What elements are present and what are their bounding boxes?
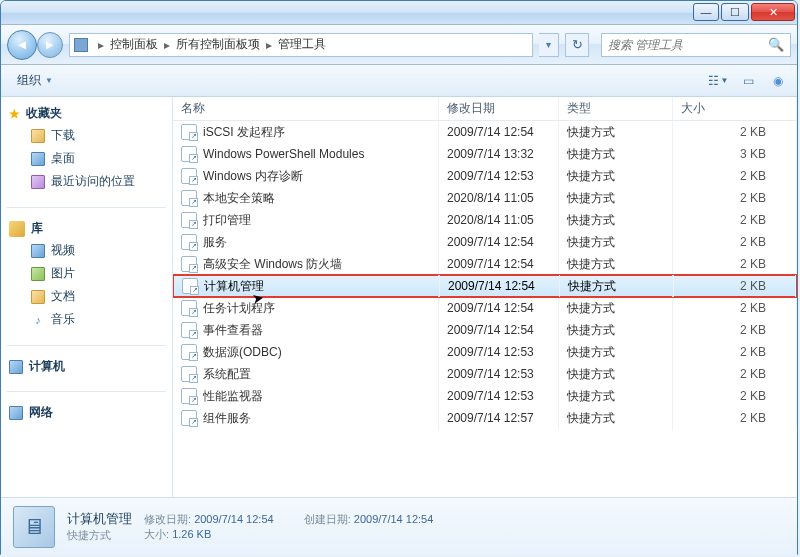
organize-label: 组织 <box>17 72 41 89</box>
network-icon <box>9 406 23 420</box>
details-mod-value: 2009/7/14 12:54 <box>194 513 274 525</box>
file-date: 2009/7/14 12:53 <box>439 165 559 187</box>
file-date: 2009/7/14 12:53 <box>439 363 559 385</box>
file-name: 事件查看器 <box>203 322 263 339</box>
file-date: 2020/8/14 11:05 <box>439 209 559 231</box>
refresh-button[interactable]: ↻ <box>565 33 589 57</box>
table-row[interactable]: 打印管理2020/8/14 11:05快捷方式2 KB <box>173 209 797 231</box>
file-date: 2009/7/14 12:54 <box>439 297 559 319</box>
column-date[interactable]: 修改日期 <box>439 97 559 120</box>
shortcut-icon <box>182 278 198 294</box>
shortcut-icon <box>181 190 197 206</box>
file-type: 快捷方式 <box>559 406 673 431</box>
details-create-label: 创建日期: <box>304 513 351 525</box>
table-row[interactable]: 计算机管理2009/7/14 12:54快捷方式2 KB <box>173 275 797 297</box>
table-row[interactable]: Windows PowerShell Modules2009/7/14 13:3… <box>173 143 797 165</box>
breadcrumb[interactable]: 管理工具 <box>278 36 326 53</box>
file-name: 任务计划程序 <box>203 300 275 317</box>
file-name: 高级安全 Windows 防火墙 <box>203 256 342 273</box>
file-size: 2 KB <box>673 319 797 341</box>
navbar: ◄ ► ▸ 控制面板 ▸ 所有控制面板项 ▸ 管理工具 ▾ ↻ 🔍 <box>1 25 797 65</box>
address-bar[interactable]: ▸ 控制面板 ▸ 所有控制面板项 ▸ 管理工具 <box>69 33 533 57</box>
shortcut-icon <box>181 256 197 272</box>
file-size: 2 KB <box>673 165 797 187</box>
navigation-pane: ★ 收藏夹 下载 桌面 最近访问的位置 库 视频 图片 文档 ♪音乐 <box>1 97 173 497</box>
sidebar-libraries-label: 库 <box>31 220 43 237</box>
chevron-down-icon: ▼ <box>45 76 53 85</box>
file-name: 数据源(ODBC) <box>203 344 282 361</box>
file-size: 2 KB <box>673 363 797 385</box>
sidebar-item-recent[interactable]: 最近访问的位置 <box>1 170 172 193</box>
file-size: 2 KB <box>673 209 797 231</box>
file-size: 3 KB <box>673 143 797 165</box>
file-date: 2009/7/14 13:32 <box>439 143 559 165</box>
table-row[interactable]: 性能监视器2009/7/14 12:53快捷方式2 KB <box>173 385 797 407</box>
table-row[interactable]: 事件查看器2009/7/14 12:54快捷方式2 KB <box>173 319 797 341</box>
nav-back-button[interactable]: ◄ <box>7 30 37 60</box>
table-row[interactable]: 服务2009/7/14 12:54快捷方式2 KB <box>173 231 797 253</box>
column-headers: 名称 修改日期 类型 大小 <box>173 97 797 121</box>
file-size: 2 KB <box>673 253 797 275</box>
file-date: 2009/7/14 12:54 <box>439 121 559 143</box>
breadcrumb[interactable]: 所有控制面板项 <box>176 36 260 53</box>
table-row[interactable]: 高级安全 Windows 防火墙2009/7/14 12:54快捷方式2 KB <box>173 253 797 275</box>
sidebar-computer-label: 计算机 <box>29 358 65 375</box>
minimize-button[interactable]: — <box>693 3 719 21</box>
chevron-right-icon: ▸ <box>92 38 110 52</box>
table-row[interactable]: 组件服务2009/7/14 12:57快捷方式2 KB <box>173 407 797 429</box>
file-size: 2 KB <box>673 297 797 319</box>
search-box[interactable]: 🔍 <box>601 33 791 57</box>
sidebar-item-music[interactable]: ♪音乐 <box>1 308 172 331</box>
file-date: 2009/7/14 12:54 <box>439 231 559 253</box>
column-type[interactable]: 类型 <box>559 97 673 120</box>
address-dropdown[interactable]: ▾ <box>539 33 559 57</box>
sidebar-favorites[interactable]: ★ 收藏夹 <box>1 103 172 124</box>
file-name: 组件服务 <box>203 410 251 427</box>
file-date: 2009/7/14 12:53 <box>439 385 559 407</box>
shortcut-icon <box>181 146 197 162</box>
view-options-button[interactable]: ☷▼ <box>707 70 729 92</box>
sidebar-item-downloads[interactable]: 下载 <box>1 124 172 147</box>
table-row[interactable]: 数据源(ODBC)2009/7/14 12:53快捷方式2 KB <box>173 341 797 363</box>
chevron-right-icon: ▸ <box>158 38 176 52</box>
sidebar-item-pictures[interactable]: 图片 <box>1 262 172 285</box>
file-name: 计算机管理 <box>204 278 264 295</box>
table-row[interactable]: 系统配置2009/7/14 12:53快捷方式2 KB <box>173 363 797 385</box>
nav-forward-button[interactable]: ► <box>37 32 63 58</box>
sidebar-favorites-label: 收藏夹 <box>26 105 62 122</box>
table-row[interactable]: 任务计划程序2009/7/14 12:54快捷方式2 KB <box>173 297 797 319</box>
search-input[interactable] <box>608 38 764 52</box>
breadcrumb[interactable]: 控制面板 <box>110 36 158 53</box>
shortcut-icon <box>181 300 197 316</box>
sidebar-network[interactable]: 网络 <box>1 402 172 423</box>
preview-pane-button[interactable]: ▭ <box>737 70 759 92</box>
file-size: 2 KB <box>673 341 797 363</box>
sidebar-item-videos[interactable]: 视频 <box>1 239 172 262</box>
details-type: 快捷方式 <box>67 528 132 543</box>
video-icon <box>31 244 45 258</box>
sidebar-libraries[interactable]: 库 <box>1 218 172 239</box>
file-name: 本地安全策略 <box>203 190 275 207</box>
main-area: ★ 收藏夹 下载 桌面 最近访问的位置 库 视频 图片 文档 ♪音乐 <box>1 97 797 497</box>
column-size[interactable]: 大小 <box>673 97 797 120</box>
table-row[interactable]: iSCSI 发起程序2009/7/14 12:54快捷方式2 KB <box>173 121 797 143</box>
sidebar-computer[interactable]: 计算机 <box>1 356 172 377</box>
shortcut-icon <box>181 388 197 404</box>
file-name: 服务 <box>203 234 227 251</box>
file-date: 2009/7/14 12:54 <box>439 319 559 341</box>
titlebar: — ☐ ✕ <box>1 1 797 25</box>
shortcut-icon <box>181 168 197 184</box>
column-name[interactable]: 名称 <box>173 97 439 120</box>
maximize-button[interactable]: ☐ <box>721 3 749 21</box>
file-size: 2 KB <box>673 231 797 253</box>
help-button[interactable]: ◉ <box>767 70 789 92</box>
file-name: 打印管理 <box>203 212 251 229</box>
explorer-window: — ☐ ✕ ◄ ► ▸ 控制面板 ▸ 所有控制面板项 ▸ 管理工具 ▾ ↻ 🔍 … <box>0 0 798 555</box>
sidebar-item-desktop[interactable]: 桌面 <box>1 147 172 170</box>
close-button[interactable]: ✕ <box>751 3 795 21</box>
organize-menu[interactable]: 组织 ▼ <box>9 68 61 93</box>
sidebar-item-documents[interactable]: 文档 <box>1 285 172 308</box>
table-row[interactable]: Windows 内存诊断2009/7/14 12:53快捷方式2 KB <box>173 165 797 187</box>
shortcut-icon <box>181 410 197 426</box>
table-row[interactable]: 本地安全策略2020/8/14 11:05快捷方式2 KB <box>173 187 797 209</box>
